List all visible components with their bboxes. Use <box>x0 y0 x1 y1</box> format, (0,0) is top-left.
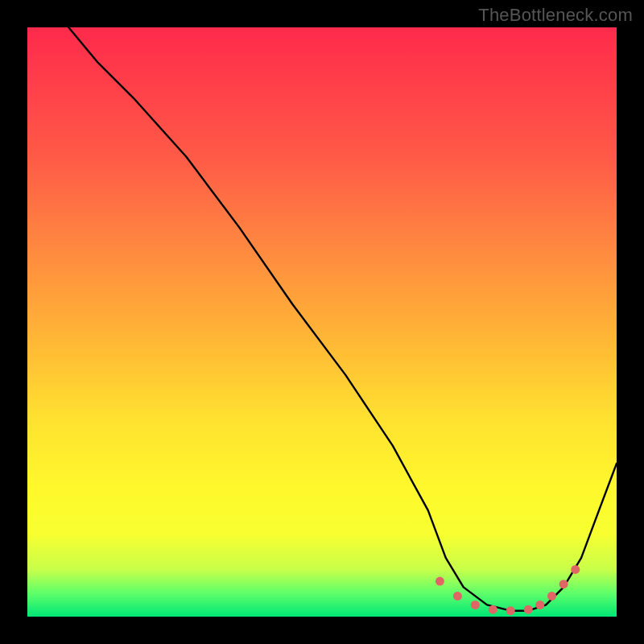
valley-dot <box>506 606 515 615</box>
valley-dot <box>547 592 556 601</box>
valley-dot <box>436 577 444 586</box>
valley-dot <box>559 580 568 588</box>
valley-dot <box>571 565 580 574</box>
valley-dot <box>471 601 480 609</box>
valley-dot <box>535 601 544 609</box>
chart-plot-area <box>27 27 617 617</box>
bottleneck-curve <box>68 27 617 611</box>
valley-dot <box>453 592 462 601</box>
valley-markers <box>436 565 580 615</box>
attribution-text: TheBottleneck.com <box>478 5 633 26</box>
valley-dot <box>489 605 497 614</box>
bottleneck-curve-svg <box>27 27 617 617</box>
valley-dot <box>524 605 533 614</box>
